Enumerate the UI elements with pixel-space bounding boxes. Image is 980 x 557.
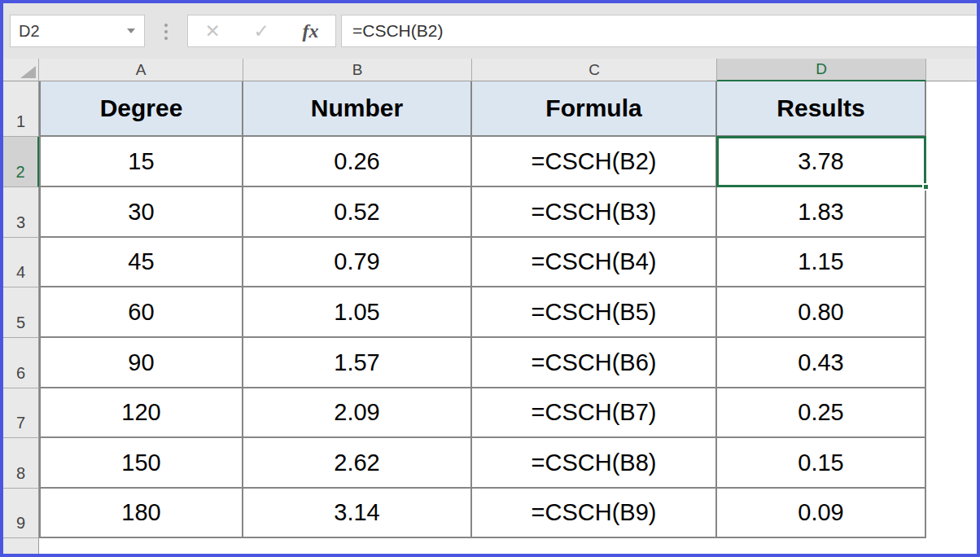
cell-a5[interactable]: 60 [39, 287, 243, 338]
cell-d9-label: 0.09 [798, 499, 843, 526]
cell-d3[interactable]: 1.83 [717, 187, 926, 238]
cell-a7-label: 120 [121, 399, 160, 426]
cell-c2-label: =CSCH(B2) [532, 148, 657, 175]
cell-b7-label: 2.09 [334, 399, 379, 426]
cell-c1-label: Formula [545, 94, 641, 122]
cell-c7[interactable]: =CSCH(B7) [472, 388, 717, 438]
empty-cell [926, 238, 977, 287]
cell-a8-label: 150 [121, 450, 160, 476]
cell-a2[interactable]: 15 [39, 137, 243, 187]
cell-a6[interactable]: 90 [39, 338, 243, 388]
cell-a1-label: Degree [100, 94, 183, 122]
cell-d6-label: 0.43 [798, 349, 843, 376]
cell-d5-label: 0.80 [798, 299, 843, 326]
cell-a3-label: 30 [128, 199, 154, 226]
col-header-a-label: A [136, 61, 147, 79]
cell-b1[interactable]: Number [243, 81, 472, 137]
excel-window: D2 ✕ ✓ fx =CSCH(B2) ABCD1DegreeNumberFor… [0, 0, 980, 557]
cell-d7[interactable]: 0.25 [717, 388, 926, 438]
col-header-b-label: B [352, 61, 363, 79]
formula-toolbar: D2 ✕ ✓ fx =CSCH(B2) [3, 3, 977, 59]
cell-c8[interactable]: =CSCH(B8) [472, 438, 717, 489]
row-header-5-label: 5 [16, 314, 25, 332]
cell-c6-label: =CSCH(B6) [532, 349, 657, 376]
insert-function-icon[interactable]: fx [303, 21, 319, 41]
row-header-3-label: 3 [16, 213, 25, 232]
cell-c3[interactable]: =CSCH(B3) [472, 187, 717, 238]
cell-a2-label: 15 [128, 148, 154, 175]
cell-a4-label: 45 [128, 248, 154, 275]
cell-c5[interactable]: =CSCH(B5) [472, 287, 717, 338]
cell-a9[interactable]: 180 [39, 489, 243, 538]
row-header-6-label: 6 [16, 364, 25, 383]
cell-c4[interactable]: =CSCH(B4) [472, 238, 717, 287]
name-box-dropdown-icon[interactable] [127, 29, 135, 33]
row-header-2[interactable]: 2 [3, 137, 39, 187]
row-header-4[interactable]: 4 [3, 238, 39, 287]
empty-cell [926, 338, 977, 388]
cell-a5-label: 60 [128, 299, 154, 326]
row-header-1[interactable]: 1 [3, 81, 39, 137]
cell-b2[interactable]: 0.26 [243, 137, 472, 187]
cell-c6[interactable]: =CSCH(B6) [472, 338, 717, 388]
cell-d1[interactable]: Results [717, 81, 926, 137]
cell-b4[interactable]: 0.79 [243, 238, 472, 287]
row-header-3[interactable]: 3 [3, 187, 39, 238]
col-header-c[interactable]: C [472, 59, 717, 81]
fill-handle[interactable] [922, 183, 930, 191]
cell-c7-label: =CSCH(B7) [532, 399, 657, 426]
cell-b6[interactable]: 1.57 [243, 338, 472, 388]
cell-d6[interactable]: 0.43 [717, 338, 926, 388]
cell-b6-label: 1.57 [334, 349, 379, 376]
row-header-empty [3, 538, 39, 554]
cell-b8-label: 2.62 [334, 450, 379, 476]
cell-d8[interactable]: 0.15 [717, 438, 926, 489]
cell-a7[interactable]: 120 [39, 388, 243, 438]
cell-a1[interactable]: Degree [39, 81, 243, 137]
row-header-7[interactable]: 7 [3, 388, 39, 438]
toolbar-separator-handle [164, 24, 168, 40]
row-header-5[interactable]: 5 [3, 287, 39, 338]
row-header-6[interactable]: 6 [3, 338, 39, 388]
cell-d9[interactable]: 0.09 [717, 489, 926, 538]
col-header-b[interactable]: B [243, 59, 472, 81]
cell-b9-label: 3.14 [334, 499, 379, 526]
cell-a8[interactable]: 150 [39, 438, 243, 489]
cell-b8[interactable]: 2.62 [243, 438, 472, 489]
cell-c8-label: =CSCH(B8) [532, 450, 657, 476]
cell-b3[interactable]: 0.52 [243, 187, 472, 238]
col-header-a[interactable]: A [39, 59, 243, 81]
col-header-d[interactable]: D [717, 59, 926, 81]
cell-d3-label: 1.83 [798, 199, 843, 226]
cell-c9[interactable]: =CSCH(B9) [472, 489, 717, 538]
formula-bar[interactable]: =CSCH(B2) [341, 15, 977, 47]
cell-b5[interactable]: 1.05 [243, 287, 472, 338]
empty-cell [926, 489, 977, 538]
cell-a4[interactable]: 45 [39, 238, 243, 287]
cell-b1-label: Number [311, 94, 403, 122]
cell-b9[interactable]: 3.14 [243, 489, 472, 538]
name-box-value: D2 [19, 22, 40, 41]
enter-icon[interactable]: ✓ [254, 22, 269, 41]
row-header-2-label: 2 [15, 163, 24, 182]
cell-c2[interactable]: =CSCH(B2) [472, 137, 717, 187]
empty-area [39, 538, 977, 554]
cell-d7-label: 0.25 [798, 399, 843, 426]
cell-b7[interactable]: 2.09 [243, 388, 472, 438]
cell-b2-label: 0.26 [334, 148, 379, 175]
cell-d2[interactable]: 3.78 [717, 137, 926, 187]
cell-a9-label: 180 [121, 499, 160, 526]
row-header-9[interactable]: 9 [3, 489, 39, 538]
name-box[interactable]: D2 [10, 15, 145, 47]
cancel-icon[interactable]: ✕ [204, 22, 220, 41]
cell-d5[interactable]: 0.80 [717, 287, 926, 338]
row-header-7-label: 7 [16, 414, 25, 432]
select-all-corner[interactable] [3, 59, 39, 81]
empty-cell [926, 388, 977, 438]
empty-cell [926, 137, 977, 187]
cell-c1[interactable]: Formula [472, 81, 717, 137]
cell-a3[interactable]: 30 [39, 187, 243, 238]
cell-b5-label: 1.05 [334, 299, 379, 326]
row-header-8[interactable]: 8 [3, 438, 39, 489]
cell-d4[interactable]: 1.15 [717, 238, 926, 287]
